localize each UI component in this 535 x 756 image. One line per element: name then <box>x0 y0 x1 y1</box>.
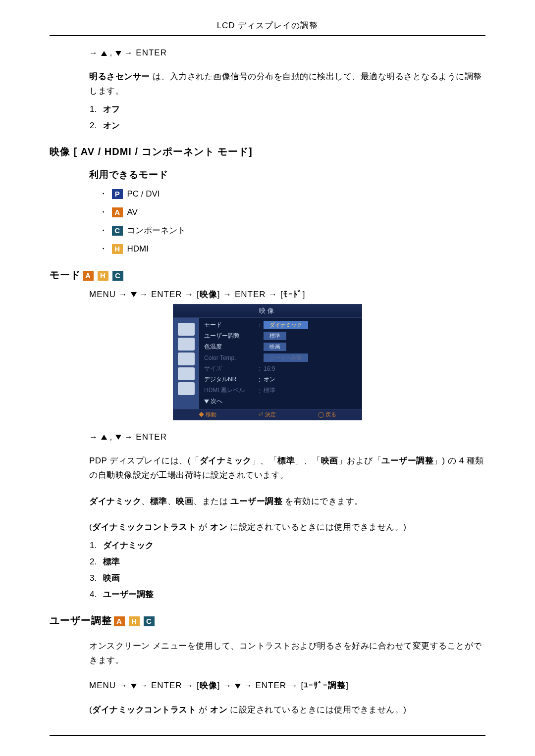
osd-footer: ◆ 移動 ⏎ 決定 ◯ 戻る <box>173 409 362 420</box>
mode-options-list: ダイナミック 標準 映画 ユーザー調整 <box>89 540 485 600</box>
available-modes-heading: 利用できるモード <box>89 168 485 181</box>
video-heading: 映像 [ AV / HDMI / コンポーネント モード] <box>50 145 485 158</box>
list-item: 映画 <box>99 572 485 584</box>
osd-side-icon: ◥ <box>178 323 195 336</box>
brightness-sensor-label: 明るさセンサー <box>89 72 150 81</box>
osd-row-next: 次へ <box>202 396 359 407</box>
down-arrow-icon <box>235 684 241 689</box>
mode-component: ・ C コンポーネント <box>99 225 485 236</box>
pdp-paragraph: PDP ディスプレイには、(「ダイナミック」、「標準」、「映画」および「ユーザー… <box>89 454 485 483</box>
user-nav-sequence: MENU → → ENTER → [映像] → → ENTER → [ﾕｰｻﾞｰ… <box>89 680 485 691</box>
c-icon: C <box>112 271 123 281</box>
osd-side-icon: ✿ <box>178 367 195 380</box>
up-arrow-icon <box>101 435 107 440</box>
down-arrow-icon <box>131 292 137 297</box>
enable-line: ダイナミック、標準、映画、または ユーザー調整 を有効にできます。 <box>89 495 485 509</box>
osd-row-colortone: Color Temp. ユーザー調整 <box>202 353 359 363</box>
brightness-options: オフ オン <box>89 103 485 131</box>
osd-title: 映像 <box>173 304 362 318</box>
brightness-paragraph: 明るさセンサー は、入力された画像信号の分布を自動的に検出して、最適な明るさとな… <box>89 70 485 99</box>
h-icon: H <box>112 244 123 254</box>
down-arrow-icon <box>204 400 209 403</box>
c-icon: C <box>144 616 155 626</box>
osd-row-coltemp: 色温度 映画 <box>202 342 359 353</box>
list-item: ダイナミック <box>99 540 485 551</box>
nav-sequence-1: → , → ENTER <box>89 48 485 58</box>
osd-sidebar: ◥ ▣ ◉ ✿ ◨ <box>173 318 199 409</box>
osd-side-icon: ◨ <box>178 382 195 395</box>
user-desc: オンスクリーン メニューを使用して、コントラストおよび明るさを好みに合わせて変更… <box>89 639 485 668</box>
osd-menu: 映像 ◥ ▣ ◉ ✿ ◨ モード: ダイナミック ユーザー調整 標準 色温度 <box>173 304 362 420</box>
enter-label: ENTER <box>136 48 167 57</box>
list-item: ユーザー調整 <box>99 589 485 600</box>
down-arrow-icon <box>131 684 137 689</box>
mode-hdmi: ・ H HDMI <box>99 243 485 254</box>
p-icon: P <box>112 189 123 199</box>
list-item: 標準 <box>99 556 485 567</box>
down-arrow-icon <box>115 435 121 440</box>
osd-row-dnr: デジタルNR: オン <box>202 374 359 385</box>
a-icon: A <box>112 207 123 217</box>
mode-pc-dvi: ・ P PC / DVI <box>99 188 485 200</box>
user-adjust-heading: ユーザー調整AHC <box>50 614 485 627</box>
down-arrow-icon <box>115 51 121 56</box>
page-title: LCD ディスプレイの調整 <box>50 20 485 36</box>
h-icon: H <box>129 616 140 626</box>
osd-row-user: ユーザー調整 標準 <box>202 331 359 342</box>
c-icon: C <box>112 226 123 236</box>
osd-side-icon: ▣ <box>178 338 195 351</box>
mode-av: ・ A AV <box>99 206 485 218</box>
up-arrow-icon <box>101 51 107 56</box>
h-icon: H <box>98 271 108 281</box>
osd-side-icon: ◉ <box>178 353 195 365</box>
list-item: オン <box>99 120 485 131</box>
list-item: オフ <box>99 103 485 115</box>
nav-sequence-2: → , → ENTER <box>89 432 485 442</box>
a-icon: A <box>114 616 125 626</box>
osd-row-size: サイズ: 16:9 <box>202 363 359 374</box>
osd-row-hdmibl: HDMI 黒レベル: 標準 <box>202 385 359 396</box>
mode-nav-sequence: MENU → → ENTER → [映像] → ENTER → [ﾓｰﾄﾞ] <box>89 289 485 300</box>
a-icon: A <box>83 271 94 281</box>
enter-label: ENTER <box>136 432 167 442</box>
mode-heading: モードAHC <box>50 268 485 282</box>
dc-note-2: (ダイナミックコントラスト が オン に設定されているときには使用できません。) <box>89 703 485 717</box>
footer-rule <box>50 735 485 736</box>
dc-note-1: (ダイナミックコントラスト が オン に設定されているときには使用できません。) <box>89 520 485 535</box>
osd-row-mode: モード: ダイナミック <box>202 320 359 331</box>
